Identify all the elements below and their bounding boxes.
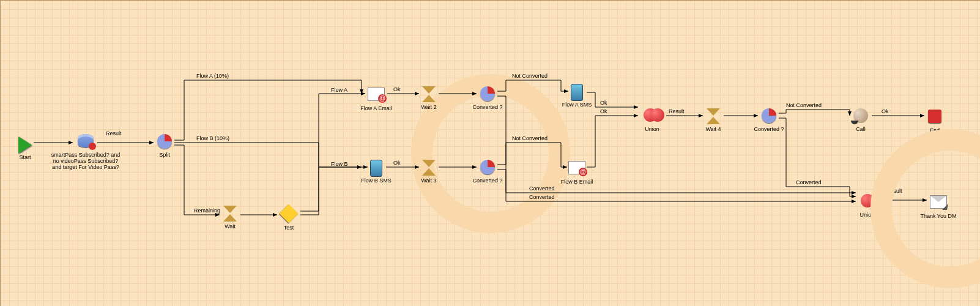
node-label: smartPass Subscribed? and no videoPass S…: [49, 152, 122, 171]
sms-icon: [368, 160, 385, 177]
hourglass-icon: [420, 160, 437, 177]
edge-label-conv1l: Converted: [529, 185, 555, 192]
db-icon: [77, 134, 94, 151]
node-label: Converted ?: [451, 178, 524, 184]
hourglass-icon: [705, 108, 722, 125]
edge-label-ok2: Ok: [393, 160, 401, 166]
union-icon: [644, 108, 661, 125]
node-label: Converted ?: [732, 127, 806, 133]
edge-label-flowAlbl: Flow A: [331, 87, 347, 93]
edge-label-nc2: Not Converted: [512, 135, 548, 141]
node-label: End: [898, 128, 971, 134]
edge-label-nc1: Not Converted: [512, 73, 548, 79]
node-conv2[interactable]: Converted ?: [451, 160, 524, 184]
edge-label-flowA10: Flow A (10%): [196, 73, 229, 79]
node-label: Union 2: [833, 212, 906, 218]
dm-icon: [930, 195, 947, 212]
edge-label-flowBlbl: Flow B: [331, 161, 348, 167]
call-icon: [852, 108, 869, 125]
node-thankyou[interactable]: Thank You DM: [902, 194, 975, 220]
workflow-canvas[interactable]: StartsmartPass Subscribed? and no videoP…: [0, 0, 980, 306]
node-end[interactable]: End: [898, 110, 971, 134]
node-test[interactable]: Test: [252, 207, 325, 231]
edge-label-conv3l: Converted: [796, 179, 822, 185]
end-icon: [926, 110, 943, 127]
union-icon: [861, 194, 878, 211]
node-conv1[interactable]: Converted ?: [451, 86, 524, 111]
pie-icon: [156, 134, 173, 151]
node-label: Flow B Email: [540, 179, 614, 185]
edge-label-result1: Result: [106, 130, 122, 136]
node-conv3[interactable]: Converted ?: [732, 108, 806, 133]
node-label: Call: [824, 127, 897, 133]
edge-label-ok4: Ok: [600, 108, 607, 114]
node-split[interactable]: Split: [128, 134, 201, 159]
node-label: Split: [128, 152, 201, 159]
edge-label-res3: Result: [886, 188, 902, 194]
node-label: Thank You DM: [902, 214, 975, 220]
test-icon: [280, 207, 297, 224]
email-icon: [368, 88, 385, 105]
email-icon: [568, 161, 585, 178]
node-union2[interactable]: Union 2: [833, 194, 906, 218]
node-label: Converted ?: [451, 105, 524, 111]
edge-label-ok1: Ok: [393, 86, 401, 92]
pie-icon: [479, 160, 496, 177]
hourglass-icon: [420, 86, 437, 103]
node-label: Test: [252, 225, 325, 231]
sms-icon: [568, 84, 585, 101]
edge-label-remain: Remaining: [194, 207, 220, 214]
edge-label-flowB10: Flow B (10%): [196, 135, 229, 141]
edge-label-res2: Result: [669, 108, 685, 114]
pie-icon: [760, 108, 778, 125]
edge-label-nc3: Not Converted: [786, 102, 822, 108]
node-flowBEmail[interactable]: Flow B Email: [540, 160, 614, 185]
edge-label-ok3: Ok: [600, 100, 607, 106]
edge-label-ok5: Ok: [882, 108, 889, 114]
edge-label-conv2l: Converted: [529, 194, 555, 200]
start-icon: [17, 136, 34, 154]
hourglass-icon: [221, 206, 239, 223]
node-filter[interactable]: smartPass Subscribed? and no videoPass S…: [49, 134, 122, 171]
pie-icon: [479, 86, 496, 103]
